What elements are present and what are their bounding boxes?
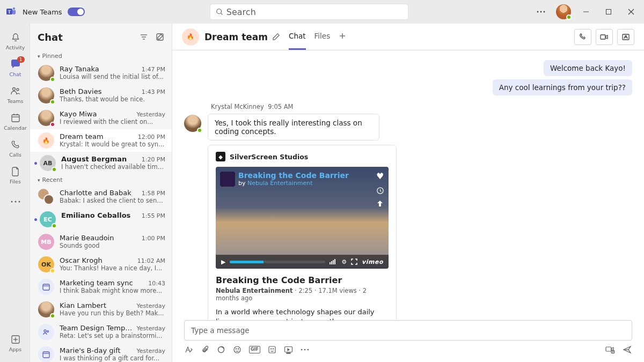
rail-teams[interactable]: Teams — [0, 82, 30, 107]
chat-name: Ray Tanaka — [60, 65, 99, 73]
fullscreen-icon[interactable] — [351, 258, 357, 265]
chat-time: 1:47 PM — [142, 66, 165, 73]
chat-item[interactable]: Kayo MiwaYesterdayI reviewed with the cl… — [30, 107, 172, 129]
svg-rect-32 — [43, 352, 49, 358]
format-icon[interactable] — [184, 345, 193, 354]
chat-avatar: OK — [38, 256, 54, 272]
svg-rect-40 — [330, 262, 331, 264]
settings-icon[interactable]: ⚙ — [341, 258, 347, 265]
rail-calendar[interactable]: Calendar — [0, 108, 30, 134]
chat-avatar — [38, 346, 54, 362]
section-header[interactable]: Pinned — [30, 50, 172, 62]
svg-point-3 — [217, 9, 222, 14]
chat-name: August Bergman — [61, 155, 127, 163]
svg-rect-56 — [606, 347, 611, 351]
stream-icon[interactable] — [284, 346, 293, 354]
svg-point-30 — [44, 330, 46, 332]
loop-icon[interactable] — [217, 345, 225, 354]
more-icon[interactable] — [533, 4, 548, 19]
conversation-avatar: 🔥 — [182, 28, 199, 46]
gif-icon[interactable]: GIF — [249, 346, 260, 353]
rail-calls[interactable]: Calls — [0, 135, 30, 161]
svg-point-53 — [301, 349, 303, 351]
svg-point-6 — [540, 11, 542, 13]
chat-avatar: 🔥 — [38, 132, 54, 149]
emoji-icon[interactable] — [233, 345, 241, 354]
svg-point-12 — [12, 87, 15, 90]
app-rail: Activity 1 Chat Teams Calendar Calls Fil… — [0, 24, 30, 362]
edit-icon[interactable] — [272, 33, 280, 41]
rail-files[interactable]: Files — [0, 162, 30, 188]
chat-item[interactable]: MBMarie Beaudoin1:00 PMSounds good — [30, 231, 172, 253]
chat-preview: Thanks, that would be nice. — [60, 95, 165, 103]
svg-point-7 — [544, 11, 545, 13]
volume-icon[interactable] — [330, 258, 337, 265]
chat-item[interactable]: Charlotte and Babak1:58 PMBabak: I asked… — [30, 186, 172, 208]
chat-item[interactable]: Marketing team sync10:43I think Babak mi… — [30, 276, 172, 298]
tab-chat[interactable]: Chat — [289, 24, 306, 50]
people-button[interactable] — [617, 29, 634, 45]
chat-list-panel: Chat PinnedRay Tanaka1:47 PMLouisa will … — [30, 24, 172, 362]
chat-item[interactable]: OKOscar Krogh11:02 AMYou: Thanks! Have a… — [30, 253, 172, 276]
sticker-icon[interactable] — [268, 345, 276, 354]
teams-icon — [10, 85, 21, 97]
attach-icon[interactable] — [201, 345, 209, 354]
chat-item[interactable]: Ray Tanaka1:47 PMLouisa will send the in… — [30, 62, 172, 84]
sender-avatar — [184, 115, 201, 132]
watch-later-icon[interactable] — [376, 187, 384, 195]
vimeo-logo: vimeo — [362, 258, 383, 265]
video-player[interactable]: Breaking the Code Barrier by Nebula Ente… — [216, 167, 389, 269]
chat-preview: Babak: I asked the client to send... — [60, 197, 165, 204]
rail-more[interactable] — [0, 189, 30, 215]
progress-bar[interactable] — [230, 261, 325, 263]
chat-item[interactable]: 🔥Dream team12:00 PMKrystal: It would be … — [30, 129, 172, 152]
rail-apps[interactable]: Apps — [0, 330, 30, 356]
audio-call-button[interactable] — [574, 29, 591, 45]
conversation-panel: 🔥 Dream team Chat Files Welcome back Kay… — [172, 24, 644, 362]
svg-rect-42 — [333, 260, 334, 264]
svg-rect-28 — [43, 284, 49, 290]
chat-item[interactable]: Kian LambertYesterdayHave you run this b… — [30, 298, 172, 321]
chat-item[interactable]: Team Design TemplateYesterdayReta: Let's… — [30, 321, 172, 343]
rail-activity[interactable]: Activity — [0, 28, 30, 54]
compose-icon[interactable] — [156, 33, 164, 41]
close-button[interactable] — [624, 4, 639, 19]
chat-name: Charlotte and Babak — [60, 189, 131, 197]
search-icon — [216, 8, 223, 16]
svg-rect-14 — [12, 115, 19, 122]
chat-preview: I was thinking of a gift card for... — [60, 354, 165, 362]
message-outgoing: Welcome back Kayo! — [544, 60, 632, 76]
more-tools-icon[interactable] — [301, 349, 309, 351]
video-call-button[interactable] — [596, 29, 613, 45]
svg-point-18 — [11, 201, 12, 203]
play-icon[interactable]: ▶ — [221, 258, 225, 265]
app-name: New Teams — [23, 8, 62, 16]
minimize-button[interactable] — [579, 4, 594, 19]
share-icon[interactable] — [376, 200, 384, 208]
section-header[interactable]: Recent — [30, 174, 172, 186]
search-input[interactable]: Search — [210, 4, 408, 20]
card-title: Breaking the Code Barrier — [216, 275, 389, 285]
svg-point-31 — [47, 331, 49, 333]
filter-icon[interactable] — [140, 33, 148, 41]
chat-time: Yesterday — [137, 348, 165, 354]
chat-item[interactable]: Marie's B-day giftYesterdayI was thinkin… — [30, 343, 172, 362]
tab-files[interactable]: Files — [314, 24, 331, 50]
maximize-button[interactable] — [601, 4, 616, 19]
chat-item[interactable]: Beth Davies1:43 PMThanks, that would be … — [30, 84, 172, 107]
video-clip-icon[interactable] — [605, 345, 615, 354]
chat-name: Kian Lambert — [60, 301, 106, 309]
card-description: In a world where technology shapes our d… — [216, 307, 389, 320]
new-teams-toggle[interactable] — [68, 8, 85, 16]
chat-item[interactable]: ABAugust Bergman1:20 PMI haven't checked… — [30, 152, 172, 174]
search-placeholder: Search — [226, 7, 256, 17]
add-tab-button[interactable] — [339, 24, 346, 50]
heart-icon[interactable]: ♥ — [376, 171, 384, 181]
message-list: Welcome back Kayo! Any cool learnings fr… — [172, 50, 644, 320]
chat-item[interactable]: ECEmiliano Ceballos1:55 PM — [30, 208, 172, 231]
rail-chat[interactable]: 1 Chat — [0, 55, 30, 80]
teams-logo-icon: T — [5, 5, 18, 18]
svg-rect-9 — [606, 10, 611, 14]
compose-input[interactable]: Type a message — [184, 320, 632, 341]
send-button[interactable] — [623, 345, 632, 354]
